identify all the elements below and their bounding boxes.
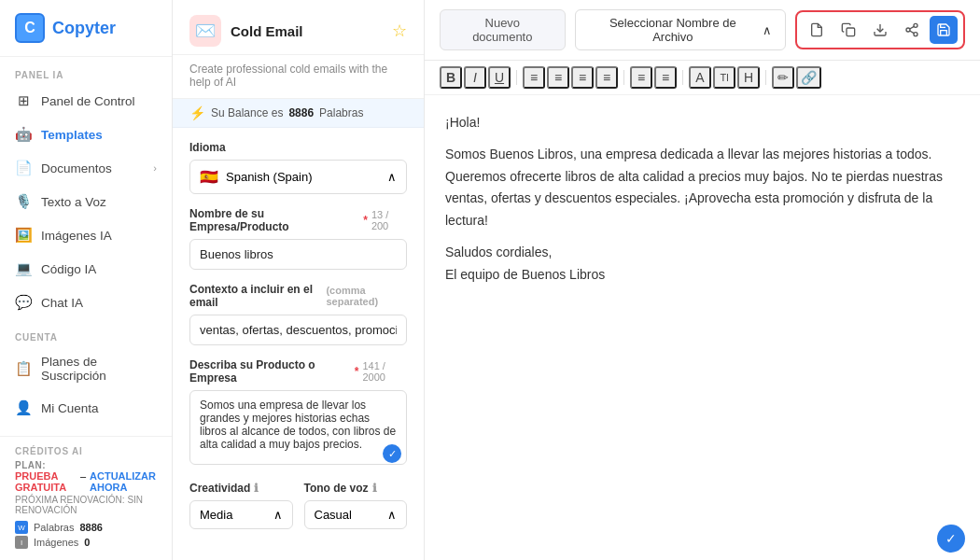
credits-imagenes-label: Imágenes <box>34 537 78 548</box>
favorite-star-button[interactable]: ☆ <box>392 21 407 41</box>
credits-palabras: W Palabras 8886 <box>15 521 157 534</box>
sidebar-item-chat-ia[interactable]: 💬 Chat IA <box>0 286 172 319</box>
align-center-button[interactable]: ≡ <box>547 66 569 89</box>
select-filename-label: Seleccionar Nombre de Archivo <box>589 16 757 44</box>
sidebar-item-codigo-ia[interactable]: 💻 Código IA <box>0 252 172 286</box>
editor-panel: Nuevo documento Seleccionar Nombre de Ar… <box>425 0 980 560</box>
download-button[interactable] <box>866 16 894 44</box>
tono-chevron-icon: ∧ <box>387 508 397 522</box>
svg-point-2 <box>914 23 917 27</box>
tono-field: Tono de voz ℹ Casual ∧ <box>304 482 408 529</box>
email-template-icon: ✉️ <box>195 21 216 41</box>
new-file-button[interactable] <box>803 16 831 44</box>
select-filename-button[interactable]: Seleccionar Nombre de Archivo ∧ <box>575 9 786 50</box>
form-body: Idioma 🇪🇸 Spanish (Spain) ∧ Nombre de su… <box>173 128 424 542</box>
idioma-field-group: Idioma 🇪🇸 Spanish (Spain) ∧ <box>189 141 407 194</box>
creditos-label: CRÉDITOS AI <box>15 446 157 460</box>
sidebar-label-codigo: Código IA <box>41 262 96 276</box>
pen-button[interactable]: ✏ <box>772 66 794 89</box>
underline-button[interactable]: U <box>488 66 511 89</box>
sidebar-item-panel-control[interactable]: ⊞ Panel de Control <box>0 84 172 118</box>
templates-icon: 🤖 <box>15 126 32 143</box>
sidebar-item-texto-a-voz[interactable]: 🎙️ Texto a Voz <box>0 185 172 218</box>
nombre-input[interactable] <box>189 239 407 270</box>
font-color-button[interactable]: A <box>689 66 711 89</box>
editor-salutation: Saludos cordiales,El equipo de Buenos Li… <box>445 242 959 287</box>
plan-upgrade-link[interactable]: ACTUALIZAR AHORA <box>90 470 157 493</box>
italic-button[interactable]: I <box>464 66 486 89</box>
describe-label: Describa su Producto o Empresa * 141 / 2… <box>189 358 407 385</box>
form-title: Cold Email <box>231 23 383 39</box>
language-select[interactable]: 🇪🇸 Spanish (Spain) ∧ <box>189 160 407 194</box>
describe-count: 141 / 2000 <box>362 360 407 383</box>
chevron-up-icon: ∧ <box>763 23 772 37</box>
editor-content-area[interactable]: ¡Hola! Somos Buenos Libros, una empresa … <box>425 95 980 517</box>
share-button[interactable] <box>898 16 926 44</box>
main-content: ✉️ Cold Email ☆ Create professional cold… <box>173 0 980 560</box>
balance-bar: ⚡ Su Balance es 8886 Palabras <box>173 99 424 128</box>
align-right-button[interactable]: ≡ <box>571 66 594 89</box>
contexto-hint: (comma separated) <box>326 285 407 307</box>
text-size-button[interactable]: Tl <box>713 66 735 89</box>
lightning-icon: ⚡ <box>189 105 205 120</box>
logo[interactable]: C Copyter <box>0 0 172 57</box>
creatividad-label: Creatividad ℹ <box>189 482 293 495</box>
tono-info-icon[interactable]: ℹ <box>372 482 377 495</box>
code-icon: 💻 <box>15 260 32 277</box>
creatividad-field: Creatividad ℹ Media ∧ <box>189 482 293 529</box>
heading-button[interactable]: H <box>737 66 760 89</box>
logo-text: Copyter <box>52 19 116 38</box>
creatividad-info-icon[interactable]: ℹ <box>254 482 259 495</box>
contexto-label: Contexto a incluir en el email (comma se… <box>189 283 407 309</box>
ordered-list-button[interactable]: ≡ <box>654 66 677 89</box>
voice-icon: 🎙️ <box>15 193 32 210</box>
align-left-button[interactable]: ≡ <box>523 66 545 89</box>
sidebar-item-documentos[interactable]: 📄 Documentos › <box>0 151 172 185</box>
logo-icon: C <box>15 13 45 43</box>
copy-button[interactable] <box>834 16 862 44</box>
format-bar: B I U ≡ ≡ ≡ ≡ ≡ ≡ A Tl H ✏ 🔗 <box>425 61 980 95</box>
nombre-field-group: Nombre de su Empresa/Producto * 13 / 200 <box>189 207 407 270</box>
describe-confirm-button[interactable]: ✓ <box>383 444 401 463</box>
balance-words: 8886 <box>288 106 314 119</box>
align-justify-button[interactable]: ≡ <box>595 66 618 89</box>
sidebar-item-planes[interactable]: 📋 Planes de Suscripción <box>0 346 172 391</box>
new-document-button[interactable]: Nuevo documento <box>440 9 566 50</box>
contexto-input[interactable] <box>189 315 407 345</box>
editor-body: Somos Buenos Libros, una empresa dedicad… <box>445 144 959 232</box>
sidebar-label-mi-cuenta: Mi Cuenta <box>41 401 99 415</box>
documentos-icon: 📄 <box>15 160 32 176</box>
credits-section: CRÉDITOS AI PLAN: PRUEBA GRATUITA – ACTU… <box>0 436 172 560</box>
describe-textarea-wrap: Somos una empresa de llevar los grandes … <box>189 390 407 469</box>
describe-textarea[interactable]: Somos una empresa de llevar los grandes … <box>189 390 407 465</box>
sidebar-label-planes: Planes de Suscripción <box>41 355 157 383</box>
done-check-button[interactable]: ✓ <box>937 525 965 553</box>
creatividad-select[interactable]: Media ∧ <box>189 500 293 529</box>
sidebar-label-documentos: Documentos <box>41 161 112 175</box>
sidebar-label-panel-control: Panel de Control <box>41 94 135 108</box>
nombre-count: 13 / 200 <box>371 209 407 231</box>
describe-required: * <box>355 365 359 378</box>
list-button[interactable]: ≡ <box>630 66 652 89</box>
sidebar-item-mi-cuenta[interactable]: 👤 Mi Cuenta <box>0 391 172 425</box>
link-button[interactable]: 🔗 <box>796 66 821 89</box>
svg-line-6 <box>910 26 915 29</box>
plan-renewal: PRÓXIMA RENOVACIÓN: SIN RENOVACIÓN <box>15 495 157 515</box>
credits-imagenes-icon: I <box>15 536 28 549</box>
panel-ia-label: PANEL IA <box>0 57 172 84</box>
idioma-label: Idioma <box>189 141 407 154</box>
save-button[interactable] <box>930 16 958 44</box>
plan-free-link[interactable]: PRUEBA GRATUITA <box>15 470 77 493</box>
bold-button[interactable]: B <box>440 66 462 89</box>
separator-1 <box>516 70 517 85</box>
credits-palabras-icon: W <box>15 521 28 534</box>
svg-point-3 <box>906 28 910 32</box>
planes-icon: 📋 <box>15 360 32 377</box>
tono-select[interactable]: Casual ∧ <box>304 500 408 529</box>
plan-links: PRUEBA GRATUITA – ACTUALIZAR AHORA <box>15 470 157 493</box>
sidebar-item-imagenes-ia[interactable]: 🖼️ Imágenes IA <box>0 218 172 252</box>
editor-done-row: ✓ <box>425 517 980 560</box>
image-icon: 🖼️ <box>15 227 32 244</box>
nombre-label: Nombre de su Empresa/Producto * 13 / 200 <box>189 207 407 233</box>
sidebar-item-templates[interactable]: 🤖 Templates <box>0 118 172 151</box>
